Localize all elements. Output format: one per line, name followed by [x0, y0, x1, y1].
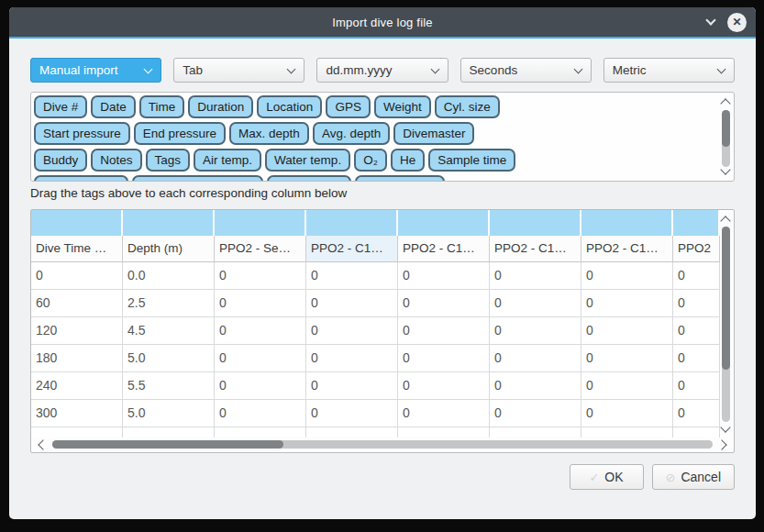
- units-value: Metric: [613, 63, 647, 77]
- table-cell: 4.5: [123, 317, 215, 345]
- table-cell: 180: [31, 345, 123, 372]
- scroll-up-icon[interactable]: [720, 98, 730, 108]
- table-cell: 0: [581, 372, 673, 400]
- tag-tags[interactable]: Tags: [146, 149, 191, 172]
- clipped-row: [31, 427, 720, 438]
- tag-water-temp[interactable]: Water temp.: [265, 149, 350, 172]
- table-hscrollbar-track[interactable]: [52, 440, 713, 449]
- table-cell: [123, 427, 215, 438]
- scroll-down-icon[interactable]: [720, 164, 730, 174]
- table-cell: 0: [215, 400, 306, 427]
- scroll-left-icon[interactable]: [38, 439, 48, 449]
- tag-cyl-size[interactable]: Cyl. size: [435, 95, 500, 118]
- table-cell: 0: [490, 317, 581, 345]
- field-separator-select[interactable]: Tab: [173, 58, 304, 83]
- tags-scrollbar-thumb[interactable]: [722, 110, 730, 147]
- tag-date[interactable]: Date: [91, 95, 136, 118]
- drop-target-cell[interactable]: [581, 210, 673, 236]
- tag-weight[interactable]: Weight: [374, 95, 431, 118]
- time-format-select[interactable]: Seconds: [460, 58, 592, 83]
- time-format-value: Seconds: [470, 63, 518, 77]
- drop-target-cell[interactable]: [398, 210, 490, 236]
- drop-target-cell[interactable]: [215, 210, 306, 236]
- tag-sample-po[interactable]: Sample pO₂: [267, 175, 352, 181]
- tag-sample-depth[interactable]: Sample depth: [34, 175, 128, 181]
- table-cell: 0: [673, 290, 720, 317]
- drop-target-cell[interactable]: [490, 210, 581, 236]
- table-cell: [398, 427, 490, 438]
- table-cell: 0: [31, 262, 123, 290]
- column-drop-row: [31, 210, 720, 236]
- shade-window-icon[interactable]: [705, 15, 715, 25]
- tag-gps[interactable]: GPS: [326, 95, 371, 118]
- tag-air-temp[interactable]: Air temp.: [194, 149, 261, 172]
- drop-target-cell[interactable]: [123, 210, 215, 236]
- column-header: PPO2 - C1…: [306, 236, 398, 262]
- tag-divemaster[interactable]: Divemaster: [393, 122, 474, 145]
- drop-target-cell[interactable]: [673, 210, 720, 236]
- tag-buddy[interactable]: Buddy: [34, 149, 87, 172]
- drop-target-cell[interactable]: [306, 210, 398, 236]
- table-cell: 0: [673, 400, 720, 427]
- tag-start-pressure[interactable]: Start pressure: [34, 122, 130, 145]
- tags-vertical-scrollbar[interactable]: [720, 94, 732, 179]
- tag-dive[interactable]: Dive #: [34, 95, 87, 118]
- column-header: PPO2 - C1…: [398, 236, 490, 262]
- table-vertical-scrollbar[interactable]: [720, 212, 733, 437]
- column-header-row: Dive Time …Depth (m)PPO2 - Se…PPO2 - C1……: [31, 236, 720, 262]
- tag-he[interactable]: He: [391, 149, 425, 172]
- column-header: PPO2 - C1…: [490, 236, 581, 262]
- tag-o[interactable]: O₂: [354, 149, 387, 172]
- tag-notes[interactable]: Notes: [91, 149, 141, 172]
- cancel-button-label: Cancel: [681, 470, 721, 484]
- table-cell: 0: [581, 262, 673, 290]
- ok-button[interactable]: ✓ OK: [570, 464, 644, 490]
- table-cell: 0: [490, 400, 581, 427]
- table-cell: 60: [31, 290, 123, 317]
- tag-max-depth[interactable]: Max. depth: [229, 122, 309, 145]
- drop-target-cell[interactable]: [31, 210, 123, 236]
- table-cell: 0: [215, 262, 306, 290]
- table-cell: 0: [398, 317, 490, 345]
- units-select[interactable]: Metric: [603, 58, 735, 83]
- column-header: Depth (m): [123, 236, 215, 262]
- instruction-label: Drag the tags above to each correspondin…: [30, 186, 735, 200]
- dialog-buttons: ✓ OK ⊘ Cancel: [30, 464, 735, 490]
- scroll-down-icon[interactable]: [720, 422, 730, 432]
- tag-avg-depth[interactable]: Avg. depth: [313, 122, 390, 145]
- chevron-down-icon: [144, 64, 153, 73]
- table-hscrollbar-thumb[interactable]: [52, 440, 283, 449]
- close-icon[interactable]: ✕: [727, 13, 747, 32]
- tag-duration[interactable]: Duration: [188, 95, 253, 118]
- table-cell: 0: [306, 400, 398, 427]
- tag-sample-temperature[interactable]: Sample temperature: [132, 175, 262, 181]
- table-cell: 0: [490, 345, 581, 372]
- chevron-down-icon: [287, 64, 296, 73]
- table-row: 2405.5000000: [31, 372, 720, 400]
- scroll-right-icon[interactable]: [716, 439, 726, 449]
- table-cell: 0: [306, 290, 398, 317]
- cancel-button[interactable]: ⊘ Cancel: [652, 464, 736, 490]
- table-cell: 0: [673, 345, 720, 372]
- table-horizontal-scrollbar[interactable]: [33, 438, 732, 451]
- tag-sample-time[interactable]: Sample time: [428, 149, 515, 172]
- tags-panel: Dive #DateTimeDurationLocationGPSWeightC…: [30, 92, 735, 182]
- titlebar[interactable]: Import dive log file ✕: [9, 7, 756, 39]
- column-header: PPO2 - Se…: [215, 236, 306, 262]
- table-cell: 0: [215, 345, 306, 372]
- table-cell: 5.5: [123, 372, 215, 400]
- tag-location[interactable]: Location: [257, 95, 322, 118]
- scroll-up-icon[interactable]: [720, 216, 730, 226]
- table-body: 00.0000000602.50000001204.50000001805.00…: [31, 262, 720, 427]
- table-cell: 240: [31, 372, 123, 400]
- import-dialog: Import dive log file ✕ Manual import Tab…: [9, 7, 756, 519]
- tag-end-pressure[interactable]: End pressure: [134, 122, 226, 145]
- table-row: 3005.0000000: [31, 400, 720, 427]
- table-vscrollbar-thumb[interactable]: [722, 227, 730, 370]
- table-cell: [581, 427, 673, 438]
- tag-sample-cns[interactable]: Sample CNS: [355, 175, 445, 181]
- tag-time[interactable]: Time: [139, 95, 185, 118]
- date-format-value: dd.mm.yyyy: [326, 63, 392, 77]
- format-select[interactable]: Manual import: [30, 58, 161, 83]
- date-format-select[interactable]: dd.mm.yyyy: [316, 58, 448, 83]
